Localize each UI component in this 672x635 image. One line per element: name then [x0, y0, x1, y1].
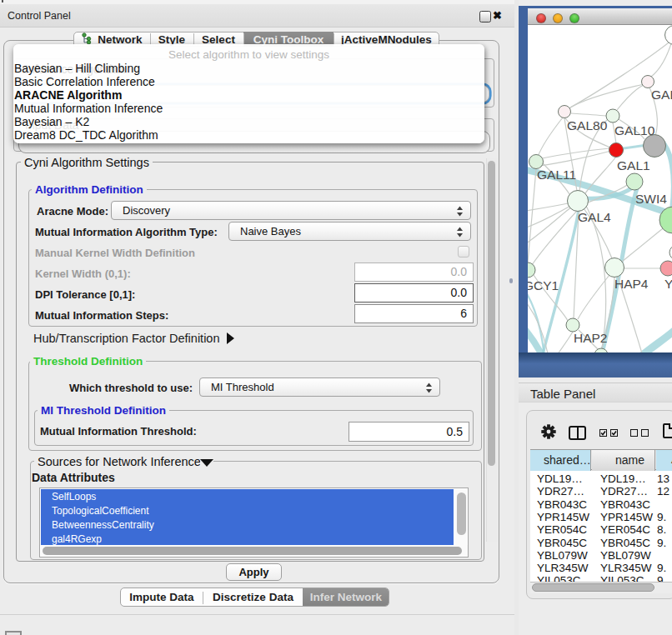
svg-text:Y: Y [664, 277, 672, 291]
svg-text:GAL1: GAL1 [617, 158, 650, 172]
svg-text:HAP4: HAP4 [614, 277, 649, 291]
svg-text:GCY1: GCY1 [528, 278, 559, 292]
svg-text:GAL10: GAL10 [614, 123, 655, 138]
svg-text:GAL11: GAL11 [537, 168, 576, 182]
svg-text:GAL4: GAL4 [578, 210, 611, 224]
svg-text:GAL80: GAL80 [567, 118, 608, 132]
svg-text:HAP2: HAP2 [574, 331, 608, 345]
svg-text:SWI4: SWI4 [635, 192, 667, 206]
svg-text:GAL7: GAL7 [651, 88, 672, 102]
